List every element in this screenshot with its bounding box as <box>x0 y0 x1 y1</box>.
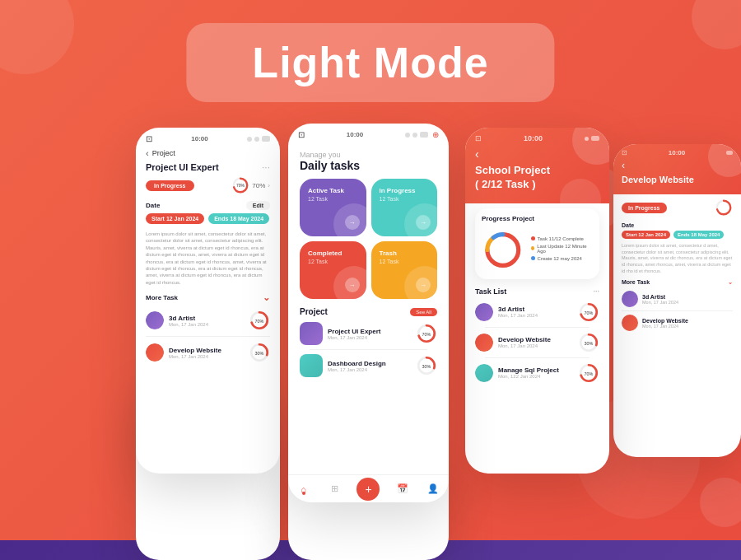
task-progress-1: 70% <box>249 310 270 331</box>
svg-text:30%: 30% <box>422 364 431 369</box>
school-divider-2 <box>485 357 590 358</box>
pi-progress-1: 70% <box>416 323 437 344</box>
chevron-down-icon[interactable]: ⌄ <box>263 292 270 303</box>
icon-dot-2 <box>254 137 259 142</box>
main-icons: ⊕ <box>405 130 439 139</box>
tc-count-inprogress: 12 Task <box>380 196 430 202</box>
rp-back-icon[interactable]: ‹ <box>622 160 625 171</box>
legend-2: Last Update 12 Minute Ago <box>531 244 593 254</box>
more-icon[interactable]: ··· <box>262 161 270 173</box>
rp-task-1: 3d Artist Mon, 17 Jan 2024 <box>613 288 741 310</box>
school-header-bg: ⊡ 10:00 ‹ School Project ( 2/12 Task ) <box>465 128 609 203</box>
tc-count-completed: 12 Task <box>308 259 358 264</box>
rp-status-badge: In Progress <box>622 203 667 213</box>
status-badge: In Progress <box>146 180 194 191</box>
main-icon-dot-2 <box>412 133 417 138</box>
rp-header-bg: ⊡ 10:00 ‹ Develop Website <box>613 144 741 194</box>
rp-logo-icon: ⊡ <box>622 149 627 156</box>
progress-card: Progress Project Task 11/12 Complete Las… <box>475 208 599 279</box>
tc-arrow-trash: → <box>416 278 431 292</box>
pi-info-1: Project UI Expert Mon, 17 Jan 2024 <box>328 328 411 340</box>
phone-right: ⊡ 10:00 ‹ Develop Website In Progress Da… <box>613 144 741 457</box>
center-nav: ‹ Project <box>136 147 280 161</box>
school-info-1: 3d Artist Mon, 17 Jan 2024 <box>498 306 573 318</box>
main-greeting: Manage you Daily tasks <box>288 142 449 175</box>
school-name-2: Develop Website <box>498 336 573 343</box>
school-info-2: Develop Website Mon, 17 Jan 2024 <box>498 336 573 348</box>
tc-arrow-inprogress: → <box>416 215 431 230</box>
pi-progress-2: 30% <box>416 355 437 376</box>
title-banner: Light Mode <box>186 23 554 102</box>
bn-user[interactable]: 👤 <box>425 481 441 497</box>
donut-chart <box>482 227 524 273</box>
svg-text:30%: 30% <box>585 340 594 345</box>
school-task-1: 3d Artist Mon, 17 Jan 2024 70% <box>475 299 599 325</box>
phone-main: ⊡ 10:00 ⊕ Manage you Daily tasks Active … <box>288 124 449 502</box>
tc-count-trash: 12 Task <box>380 259 430 264</box>
school-date-3: Mon, 122 Jan 2024 <box>498 374 573 379</box>
rp-divider-1 <box>622 310 733 311</box>
school-subtitle-text: ( 2/12 Task ) <box>475 178 535 190</box>
rp-date-2: Mon, 17 Jan 2024 <box>642 324 733 329</box>
grid-icon: ⊞ <box>331 483 338 494</box>
pi-name-1: Project UI Expert <box>328 328 411 335</box>
tc-label-completed: Completed <box>308 250 358 257</box>
center-task-2: Develop Website Mon, 17 Jan 2024 30% <box>136 338 280 366</box>
task-name-2: Develop Website <box>169 347 244 354</box>
progress-title: Progress Project <box>482 215 593 222</box>
school-avatar-1 <box>475 303 493 321</box>
rp-blob-1 <box>708 144 741 177</box>
center-task-1: 3d Artist Mon, 17 Jan 2024 70% <box>136 306 280 334</box>
legend-dot-3 <box>531 256 535 260</box>
school-date-2: Mon, 17 Jan 2024 <box>498 343 573 348</box>
school-back-icon[interactable]: ‹ <box>475 147 479 161</box>
school-divider-1 <box>485 327 590 328</box>
task-info-1: 3d Artist Mon, 17 Jan 2024 <box>169 315 244 327</box>
tc-label-inprogress: In Progress <box>380 187 430 194</box>
bn-add[interactable]: + <box>357 478 380 501</box>
school-task-list: Task List ··· 3d Artist Mon, 17 Jan 2024… <box>465 284 609 390</box>
bn-calendar[interactable]: 📅 <box>394 481 411 497</box>
rp-end-pill: Ends 18 May 2024 <box>673 231 724 239</box>
task-card-trash[interactable]: Trash 12 Task → <box>371 241 438 299</box>
greeting-sub: Manage you <box>300 151 437 159</box>
legend-dot-2 <box>531 246 535 250</box>
edit-button[interactable]: Edit <box>246 201 270 210</box>
school-logo-icon: ⊡ <box>475 134 482 142</box>
rp-time: 10:00 <box>669 149 685 156</box>
task-date-1: Mon, 17 Jan 2024 <box>169 322 244 327</box>
school-info-3: Manage Sql Project Mon, 122 Jan 2024 <box>498 366 573 379</box>
project-section: Project See All Project UI Expert Mon, 1… <box>288 302 449 381</box>
task-card-inprogress[interactable]: In Progress 12 Task → <box>371 179 438 236</box>
main-header: ⊡ 10:00 ⊕ <box>288 124 449 142</box>
school-progress-3: 70% <box>578 362 599 384</box>
center-icons <box>247 136 270 142</box>
greeting-title: Daily tasks <box>300 159 437 172</box>
center-date-section: Date Edit Start 12 Jan 2024 Ends 18 May … <box>136 198 280 227</box>
tc-count-active: 12 Task <box>308 196 358 202</box>
task-card-active[interactable]: Active Task 12 Task → <box>300 179 366 236</box>
bn-grid[interactable]: ⊞ <box>326 481 343 497</box>
bn-home[interactable]: ⌂ <box>296 481 312 497</box>
legend-label-1: Task 11/12 Complete <box>538 236 584 241</box>
task-date-2: Mon, 17 Jan 2024 <box>169 354 244 359</box>
battery-icon <box>262 136 270 142</box>
see-all-button[interactable]: See All <box>410 308 437 316</box>
school-progress-2: 30% <box>578 332 599 353</box>
center-header: ⊡ 10:00 <box>136 128 280 147</box>
svg-text:70%: 70% <box>585 371 594 376</box>
center-badge-row: In Progress 70% 70% › <box>136 173 280 198</box>
phone-center: ⊡ 10:00 ‹ Project Project UI Expert ··· … <box>136 128 280 474</box>
back-arrow-icon[interactable]: ‹ <box>146 148 149 158</box>
date-label: Date Edit <box>146 201 270 210</box>
task-card-completed[interactable]: Completed 12 Task → <box>300 241 366 299</box>
rp-lorem: Lorem ipsum dolor sit amet, consectetur … <box>613 240 741 277</box>
main-logo-icon: ⊡ <box>298 130 305 139</box>
legend-1: Task 11/12 Complete <box>531 236 593 241</box>
start-date-pill: Start 12 Jan 2024 <box>146 213 204 224</box>
rp-date-pills: Start 12 Jan 2024 Ends 18 May 2024 <box>622 231 733 239</box>
legend-3: Create 12 may 2024 <box>531 256 593 261</box>
lorem-text: Lorem ipsum dolor sit amet, consectetur … <box>136 227 280 289</box>
end-date-pill: Ends 18 May 2024 <box>208 213 269 224</box>
school-name-3: Manage Sql Project <box>498 366 573 374</box>
